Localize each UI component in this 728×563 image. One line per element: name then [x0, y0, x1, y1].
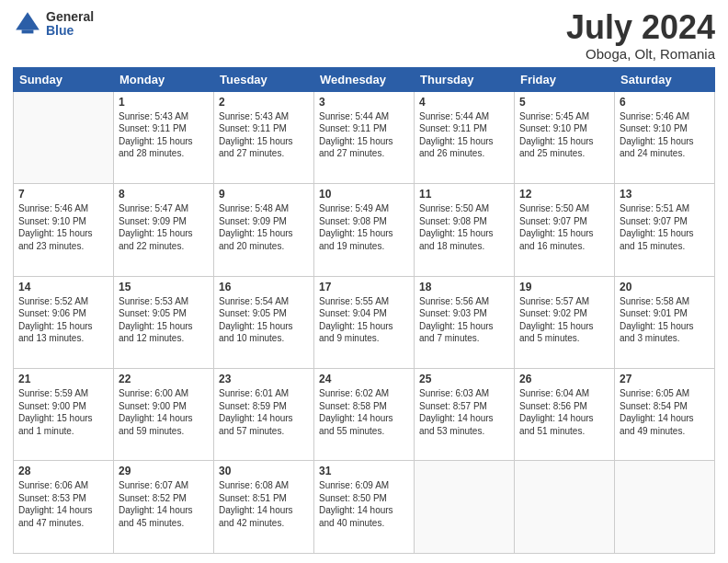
- table-row: 13Sunrise: 5:51 AM Sunset: 9:07 PM Dayli…: [615, 184, 715, 276]
- table-row: 26Sunrise: 6:04 AM Sunset: 8:56 PM Dayli…: [515, 369, 615, 461]
- day-info: Sunrise: 5:48 AM Sunset: 9:09 PM Dayligh…: [219, 202, 309, 252]
- day-number: 30: [219, 465, 309, 477]
- day-number: 18: [419, 281, 509, 293]
- table-row: 18Sunrise: 5:56 AM Sunset: 9:03 PM Dayli…: [415, 276, 515, 368]
- day-info: Sunrise: 5:49 AM Sunset: 9:08 PM Dayligh…: [319, 202, 409, 252]
- day-info: Sunrise: 6:05 AM Sunset: 8:54 PM Dayligh…: [620, 387, 710, 437]
- table-row: 12Sunrise: 5:50 AM Sunset: 9:07 PM Dayli…: [515, 184, 615, 276]
- day-info: Sunrise: 6:04 AM Sunset: 8:56 PM Dayligh…: [519, 387, 609, 437]
- table-row: 4Sunrise: 5:44 AM Sunset: 9:11 PM Daylig…: [415, 91, 515, 183]
- day-number: 16: [219, 281, 309, 293]
- day-info: Sunrise: 5:45 AM Sunset: 9:10 PM Dayligh…: [519, 110, 609, 160]
- calendar-week-row: 7Sunrise: 5:46 AM Sunset: 9:10 PM Daylig…: [14, 184, 715, 276]
- day-info: Sunrise: 5:52 AM Sunset: 9:06 PM Dayligh…: [18, 295, 108, 345]
- table-row: 8Sunrise: 5:47 AM Sunset: 9:09 PM Daylig…: [114, 184, 214, 276]
- table-row: 20Sunrise: 5:58 AM Sunset: 9:01 PM Dayli…: [615, 276, 715, 368]
- day-number: 19: [519, 281, 609, 293]
- day-info: Sunrise: 5:54 AM Sunset: 9:05 PM Dayligh…: [219, 295, 309, 345]
- day-info: Sunrise: 5:43 AM Sunset: 9:11 PM Dayligh…: [119, 110, 209, 160]
- day-number: 27: [620, 373, 710, 385]
- th-saturday: Saturday: [615, 67, 715, 91]
- day-info: Sunrise: 6:06 AM Sunset: 8:53 PM Dayligh…: [18, 479, 108, 529]
- day-number: 11: [419, 188, 509, 201]
- day-info: Sunrise: 6:01 AM Sunset: 8:59 PM Dayligh…: [219, 387, 309, 437]
- table-row: 6Sunrise: 5:46 AM Sunset: 9:10 PM Daylig…: [615, 91, 715, 183]
- calendar-week-row: 21Sunrise: 5:59 AM Sunset: 9:00 PM Dayli…: [14, 369, 715, 461]
- table-row: 23Sunrise: 6:01 AM Sunset: 8:59 PM Dayli…: [214, 369, 314, 461]
- day-number: 12: [519, 188, 609, 201]
- day-info: Sunrise: 6:02 AM Sunset: 8:58 PM Dayligh…: [319, 387, 409, 437]
- day-number: 20: [620, 281, 710, 293]
- th-wednesday: Wednesday: [314, 67, 415, 91]
- day-number: 29: [119, 465, 209, 477]
- calendar-week-row: 14Sunrise: 5:52 AM Sunset: 9:06 PM Dayli…: [14, 276, 715, 368]
- table-row: 29Sunrise: 6:07 AM Sunset: 8:52 PM Dayli…: [114, 461, 214, 554]
- logo-text: General Blue: [46, 10, 94, 39]
- day-number: 25: [419, 373, 509, 385]
- logo-general: General: [46, 10, 94, 24]
- table-row: 21Sunrise: 5:59 AM Sunset: 9:00 PM Dayli…: [14, 369, 114, 461]
- day-number: 1: [119, 96, 209, 109]
- subtitle: Oboga, Olt, Romania: [566, 46, 715, 62]
- table-row: 19Sunrise: 5:57 AM Sunset: 9:02 PM Dayli…: [515, 276, 615, 368]
- th-thursday: Thursday: [415, 67, 515, 91]
- day-number: 9: [219, 188, 309, 201]
- day-info: Sunrise: 5:50 AM Sunset: 9:08 PM Dayligh…: [419, 202, 509, 252]
- day-info: Sunrise: 6:09 AM Sunset: 8:50 PM Dayligh…: [319, 479, 409, 529]
- page: General Blue July 2024 Oboga, Olt, Roman…: [0, 0, 728, 563]
- day-number: 24: [319, 373, 409, 385]
- table-row: [515, 461, 615, 554]
- day-info: Sunrise: 6:03 AM Sunset: 8:57 PM Dayligh…: [419, 387, 509, 437]
- day-number: 21: [18, 373, 108, 385]
- day-number: 23: [219, 373, 309, 385]
- day-number: 4: [419, 96, 509, 109]
- day-number: 22: [119, 373, 209, 385]
- table-row: [615, 461, 715, 554]
- table-row: 31Sunrise: 6:09 AM Sunset: 8:50 PM Dayli…: [314, 461, 415, 554]
- day-info: Sunrise: 5:46 AM Sunset: 9:10 PM Dayligh…: [18, 202, 108, 252]
- th-tuesday: Tuesday: [214, 67, 314, 91]
- day-info: Sunrise: 5:46 AM Sunset: 9:10 PM Dayligh…: [620, 110, 710, 160]
- day-number: 31: [319, 465, 409, 477]
- table-row: 10Sunrise: 5:49 AM Sunset: 9:08 PM Dayli…: [314, 184, 415, 276]
- logo-blue: Blue: [46, 24, 94, 38]
- th-friday: Friday: [515, 67, 615, 91]
- day-info: Sunrise: 5:56 AM Sunset: 9:03 PM Dayligh…: [419, 295, 509, 345]
- day-number: 7: [18, 188, 108, 201]
- table-row: 28Sunrise: 6:06 AM Sunset: 8:53 PM Dayli…: [14, 461, 114, 554]
- day-number: 28: [18, 465, 108, 477]
- day-info: Sunrise: 6:08 AM Sunset: 8:51 PM Dayligh…: [219, 479, 309, 529]
- table-row: 15Sunrise: 5:53 AM Sunset: 9:05 PM Dayli…: [114, 276, 214, 368]
- day-number: 6: [620, 96, 710, 109]
- table-row: 1Sunrise: 5:43 AM Sunset: 9:11 PM Daylig…: [114, 91, 214, 183]
- day-info: Sunrise: 5:58 AM Sunset: 9:01 PM Dayligh…: [620, 295, 710, 345]
- logo: General Blue: [13, 9, 94, 39]
- table-row: 14Sunrise: 5:52 AM Sunset: 9:06 PM Dayli…: [14, 276, 114, 368]
- day-info: Sunrise: 5:43 AM Sunset: 9:11 PM Dayligh…: [219, 110, 309, 160]
- calendar-week-row: 28Sunrise: 6:06 AM Sunset: 8:53 PM Dayli…: [14, 461, 715, 554]
- table-row: [415, 461, 515, 554]
- day-number: 26: [519, 373, 609, 385]
- day-info: Sunrise: 5:51 AM Sunset: 9:07 PM Dayligh…: [620, 202, 710, 252]
- table-row: 7Sunrise: 5:46 AM Sunset: 9:10 PM Daylig…: [14, 184, 114, 276]
- th-sunday: Sunday: [14, 67, 114, 91]
- day-info: Sunrise: 5:47 AM Sunset: 9:09 PM Dayligh…: [119, 202, 209, 252]
- header: General Blue July 2024 Oboga, Olt, Roman…: [13, 9, 715, 62]
- table-row: 27Sunrise: 6:05 AM Sunset: 8:54 PM Dayli…: [615, 369, 715, 461]
- table-row: 25Sunrise: 6:03 AM Sunset: 8:57 PM Dayli…: [415, 369, 515, 461]
- svg-marker-0: [16, 12, 40, 29]
- table-row: 5Sunrise: 5:45 AM Sunset: 9:10 PM Daylig…: [515, 91, 615, 183]
- title-block: July 2024 Oboga, Olt, Romania: [566, 9, 715, 62]
- day-number: 14: [18, 281, 108, 293]
- table-row: 30Sunrise: 6:08 AM Sunset: 8:51 PM Dayli…: [214, 461, 314, 554]
- svg-rect-1: [22, 29, 34, 33]
- calendar-table: Sunday Monday Tuesday Wednesday Thursday…: [13, 67, 715, 554]
- day-info: Sunrise: 5:59 AM Sunset: 9:00 PM Dayligh…: [18, 387, 108, 437]
- day-number: 2: [219, 96, 309, 109]
- day-info: Sunrise: 5:44 AM Sunset: 9:11 PM Dayligh…: [319, 110, 409, 160]
- day-info: Sunrise: 5:57 AM Sunset: 9:02 PM Dayligh…: [519, 295, 609, 345]
- calendar-week-row: 1Sunrise: 5:43 AM Sunset: 9:11 PM Daylig…: [14, 91, 715, 183]
- weekday-header-row: Sunday Monday Tuesday Wednesday Thursday…: [14, 67, 715, 91]
- day-number: 3: [319, 96, 409, 109]
- day-number: 10: [319, 188, 409, 201]
